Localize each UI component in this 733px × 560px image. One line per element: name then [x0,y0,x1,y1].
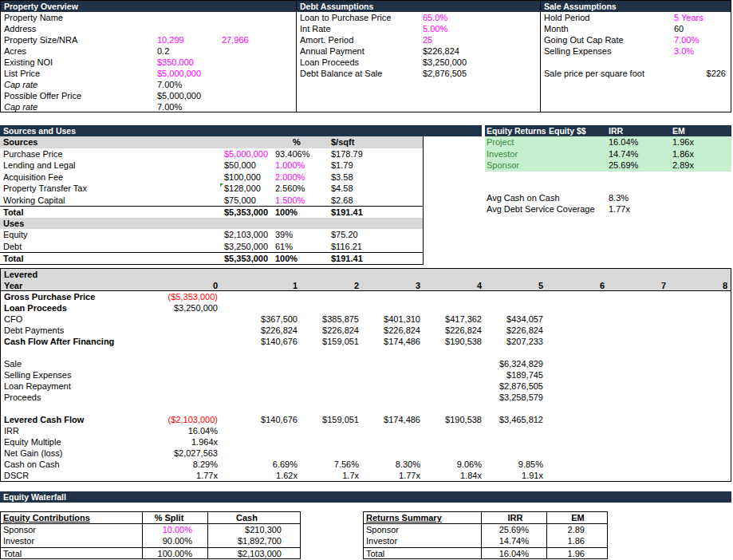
cell-sqft[interactable]: $4.58 [331,183,353,195]
cell-value[interactable]: $75,000 [224,195,256,207]
cell-em[interactable]: 2.89x [672,160,694,172]
cell-value[interactable]: $5,000,000 [157,68,201,79]
cell-value[interactable]: 3.0% [674,45,694,57]
cell-percent[interactable]: 61% [275,241,293,253]
cell-value[interactable]: $434,057 [486,314,543,325]
cell-value[interactable]: $190,538 [424,336,482,347]
cell-value[interactable]: $401,310 [363,314,420,325]
cell-value[interactable]: $100,000 [224,172,261,183]
cell-value[interactable]: $3,465,812 [486,414,543,425]
cell-value[interactable]: 8.30% [363,459,420,470]
cell-value[interactable]: 1.77x [363,470,420,481]
cell-cash[interactable]: $2,103,000 [210,548,282,560]
cell-value[interactable]: $226,824 [424,325,482,336]
cell-sqft[interactable]: $75.20 [331,229,358,241]
cell-value[interactable]: $385,875 [301,314,359,325]
cell-value[interactable]: $3,250,000 [224,241,268,253]
cell-value[interactable]: $174,486 [363,336,420,347]
cell-value[interactable]: 10,299 [157,34,184,45]
cell-value[interactable]: 60 [674,23,684,34]
cell-irr[interactable]: 16.04% [483,548,529,560]
cell-irr[interactable]: 16.04% [609,136,638,148]
cell-value[interactable]: $207,233 [486,336,543,347]
cell-value[interactable]: $3,250,000 [423,57,467,68]
cell-sqft[interactable]: $178.79 [331,148,363,160]
cell-value[interactable]: $226,824 [240,325,298,336]
cell-em[interactable]: 1.96 [549,548,585,560]
cell-value[interactable]: $350,000 [157,57,194,68]
cell-split[interactable]: 10.00% [144,524,192,536]
cell-value[interactable]: 27,966 [222,34,249,45]
cell-value[interactable]: $140,676 [240,336,298,347]
cell-irr[interactable]: 25.69% [483,524,529,536]
cell-percent[interactable]: 1.500% [275,195,305,207]
cell-split[interactable]: 100.00% [144,548,192,560]
cell-value[interactable]: 7.56% [301,459,359,470]
cell-value[interactable]: 1.91x [486,470,543,481]
cell-value[interactable]: $226,824 [486,325,543,336]
cell-irr[interactable]: 14.74% [609,148,638,160]
cell-value[interactable]: 5 Years [674,12,703,23]
cell-value[interactable]: $159,051 [301,336,359,347]
cell-value[interactable]: 1.77x [151,470,218,481]
cell-value[interactable]: $417,362 [424,314,482,325]
cell-value[interactable]: $128,000 [224,183,261,195]
cell-value[interactable]: 1.77x [609,203,630,215]
cell-value[interactable]: $367,500 [240,314,298,325]
cell-value[interactable]: $5,353,000 [224,207,268,219]
cell-percent[interactable]: 100% [275,253,298,265]
cell-percent[interactable]: 39% [275,229,293,241]
cell-value[interactable]: 5.00% [423,23,447,34]
cell-percent[interactable]: 2.560% [275,183,305,195]
cell-value[interactable]: ($2,103,000) [151,414,218,425]
cell-sqft[interactable]: $191.41 [331,207,363,219]
cell-value[interactable]: 7.00% [674,34,699,45]
cell-value[interactable]: $226,824 [363,325,420,336]
cell-value[interactable]: $3,250,000 [151,302,218,314]
cell-em[interactable]: 1.86 [549,535,585,547]
cell-sqft[interactable]: $2.68 [331,195,353,207]
cell-value[interactable]: $189,745 [486,369,543,381]
cell-value[interactable]: 8.29% [151,459,218,470]
cell-value[interactable]: 16.04% [151,425,218,436]
cell-value[interactable]: 7.00% [157,101,182,112]
cell-value[interactable]: $226,824 [423,45,459,57]
cell-split[interactable]: 90.00% [144,535,192,547]
cell-cash[interactable]: $210,300 [210,524,282,536]
cell-value[interactable]: $174,486 [363,414,420,425]
cell-irr[interactable]: 14.74% [483,535,529,547]
cell-percent[interactable]: 2.000% [275,172,305,183]
cell-em[interactable]: 1.96x [672,136,694,148]
cell-value[interactable]: $140,676 [240,414,298,425]
cell-value[interactable]: $5,000,000 [157,90,201,101]
cell-value[interactable]: $3,258,579 [486,392,543,403]
cell-value[interactable]: 9.06% [424,459,482,470]
cell-value[interactable]: $2,027,563 [151,448,218,459]
cell-em[interactable]: 1.86x [672,148,694,160]
cell-percent[interactable]: 93.406% [275,148,309,160]
cell-value[interactable]: $159,051 [301,414,359,425]
cell-value[interactable]: $190,538 [424,414,482,425]
cell-value[interactable]: $5,000,000 [224,148,268,160]
cell-value[interactable]: 25 [423,34,432,45]
cell-value[interactable]: $6,324,829 [486,358,543,369]
cell-cash[interactable]: $1,892,700 [210,535,282,547]
cell-value[interactable]: 7.00% [157,79,182,90]
cell-value[interactable]: 1.964x [151,436,218,448]
cell-value[interactable]: 1.84x [424,470,482,481]
cell-value[interactable]: 0.2 [157,45,169,57]
cell-value[interactable]: $2,876,505 [486,381,543,392]
cell-sqft[interactable]: $1.79 [331,160,353,172]
cell-value[interactable]: 1.62x [240,470,298,481]
cell-value[interactable]: $2,876,505 [423,68,467,79]
cell-value[interactable]: 6.69% [240,459,298,470]
cell-sqft[interactable]: $116.21 [331,241,362,253]
cell-sqft[interactable]: $191.41 [331,253,363,265]
cell-value[interactable]: $226,824 [301,325,359,336]
cell-percent[interactable]: 1.000% [275,160,305,172]
cell-value[interactable]: $5,353,000 [224,253,268,265]
cell-value[interactable]: 9.85% [486,459,543,470]
cell-percent[interactable]: 100% [275,207,298,219]
cell-em[interactable]: 2.89 [549,524,585,536]
cell-irr[interactable]: 25.69% [609,160,638,172]
